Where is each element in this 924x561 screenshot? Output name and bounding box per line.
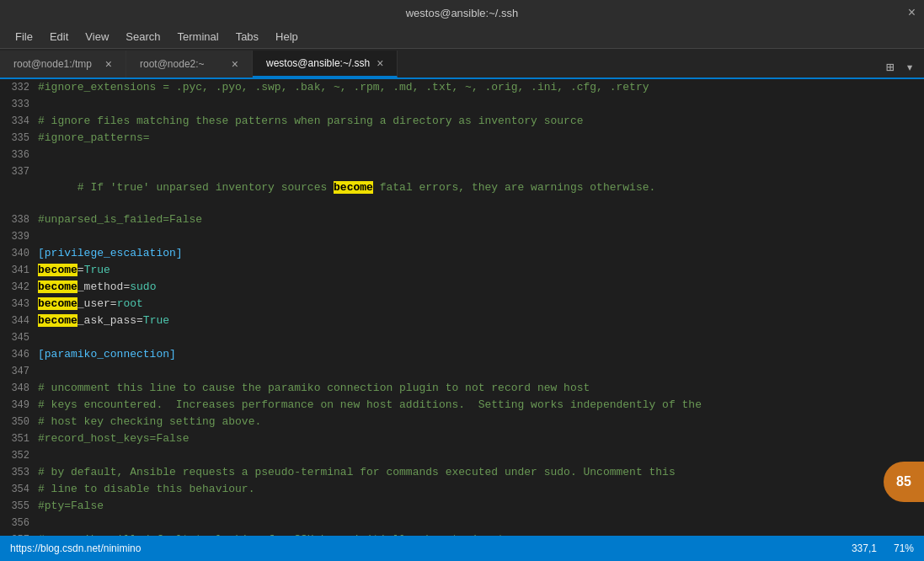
tab-ansible-close[interactable]: × [377,56,383,70]
menu-search[interactable]: Search [117,27,168,46]
line-354: 354 # line to disable this behaviour. [0,481,924,498]
highlight-become-342: become [38,280,77,293]
status-position: 337,1 [852,542,877,554]
line-351: 351 #record_host_keys=False [0,430,924,447]
line-342: 342 become_method=sudo [0,279,924,296]
badge-value: 85 [896,474,911,489]
status-bar: https://blog.csdn.net/ninimino 337,1 71% [0,536,924,561]
status-right: 337,1 71% [852,542,914,554]
highlight-become-343: become [38,297,77,310]
line-345: 345 [0,329,924,346]
new-tab-icon[interactable]: ⊞ [883,57,898,77]
tab-node2-close[interactable]: × [232,57,238,71]
line-333: 333 [0,96,924,113]
line-341: 341 become=True [0,262,924,279]
line-349: 349 # keys encountered. Increases perfor… [0,397,924,414]
tabs-bar: root@node1:/tmp × root@node2:~ × westos@… [0,49,924,79]
menu-edit[interactable]: Edit [41,27,77,46]
line-343: 343 become_user=root [0,296,924,313]
menu-help[interactable]: Help [267,27,307,46]
line-332: 332 #ignore_extensions = .pyc, .pyo, .sw… [0,79,924,96]
title-bar: westos@ansible:~/.ssh × [0,0,924,25]
tab-node1-label: root@node1:/tmp [13,58,92,70]
float-badge: 85 [884,462,924,502]
line-336: 336 [0,147,924,163]
window-title: westos@ansible:~/.ssh [406,7,519,19]
line-346: 346 [paramiko_connection] [0,346,924,363]
line-353: 353 # by default, Ansible requests a pse… [0,464,924,481]
menu-view[interactable]: View [77,27,117,46]
line-355: 355 #pty=False [0,498,924,515]
line-344: 344 become_ask_pass=True [0,313,924,329]
line-356: 356 [0,515,924,532]
editor: 332 #ignore_extensions = .pyc, .pyo, .sw… [0,79,924,536]
tab-ansible[interactable]: westos@ansible:~/.ssh × [253,51,398,77]
line-335: 335 #ignore_patterns= [0,130,924,147]
line-352: 352 [0,447,924,464]
tabs-actions: ⊞ ▾ [883,57,924,77]
status-url: https://blog.csdn.net/ninimino [10,542,141,554]
line-337: 337 # If 'true' unparsed inventory sourc… [0,163,924,211]
menu-tabs[interactable]: Tabs [227,27,267,46]
tabs-menu-icon[interactable]: ▾ [902,57,917,77]
line-339: 339 [0,228,924,245]
line-338: 338 #unparsed_is_failed=False [0,211,924,228]
tab-node1-close[interactable]: × [105,57,112,71]
line-334: 334 # ignore files matching these patter… [0,113,924,130]
menu-file[interactable]: File [7,27,41,46]
line-350: 350 # host key checking setting above. [0,414,924,430]
highlight-become-341: become [38,264,77,276]
line-347: 347 [0,363,924,380]
window-close-button[interactable]: × [908,5,916,20]
tab-node1[interactable]: root@node1:/tmp × [0,51,126,77]
menu-bar: File Edit View Search Terminal Tabs Help [0,25,924,49]
tab-ansible-label: westos@ansible:~/.ssh [266,57,370,69]
tab-node2-label: root@node2:~ [140,58,205,70]
status-percent: 71% [894,542,914,554]
menu-terminal[interactable]: Terminal [169,27,227,46]
highlight-become-337: become [334,181,373,194]
tab-node2[interactable]: root@node2:~ × [126,51,253,77]
line-340: 340 [privilege_escalation] [0,245,924,262]
line-348: 348 # uncomment this line to cause the p… [0,380,924,397]
highlight-become-344: become [38,314,77,327]
